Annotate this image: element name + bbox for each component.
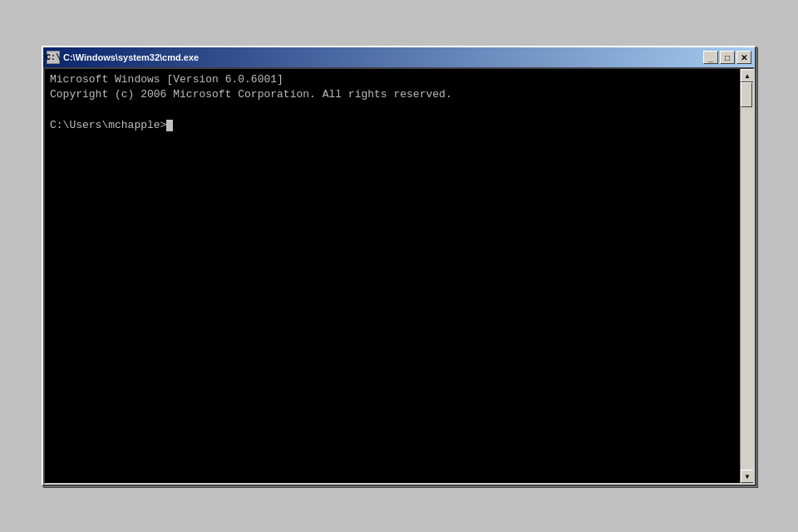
window-title: C:\Windows\system32\cmd.exe [63,52,199,62]
terminal-prompt: C:\Users\mchapple> [50,118,166,133]
title-bar-left: C:\ C:\Windows\system32\cmd.exe [47,51,199,64]
window-controls: _ □ ✕ [703,51,751,64]
scroll-track[interactable] [741,82,753,470]
window-icon: C:\ [47,51,60,64]
terminal-line-3 [50,102,735,117]
window-content: Microsoft Windows [Version 6.0.6001] Cop… [43,67,755,485]
cmd-window: C:\ C:\Windows\system32\cmd.exe _ □ ✕ Mi… [42,46,756,486]
cursor [166,120,173,131]
terminal-area[interactable]: Microsoft Windows [Version 6.0.6001] Cop… [45,69,740,483]
terminal-line-1: Microsoft Windows [Version 6.0.6001] [50,72,735,87]
scroll-down-button[interactable]: ▼ [741,470,754,483]
close-button[interactable]: ✕ [736,51,751,64]
minimize-button[interactable]: _ [703,51,718,64]
scrollbar: ▲ ▼ [740,69,753,483]
scroll-thumb[interactable] [741,82,752,107]
maximize-button[interactable]: □ [720,51,735,64]
terminal-prompt-line: C:\Users\mchapple> [50,118,735,133]
title-bar: C:\ C:\Windows\system32\cmd.exe _ □ ✕ [43,47,755,67]
scroll-up-button[interactable]: ▲ [741,69,754,82]
terminal-line-2: Copyright (c) 2006 Microsoft Corporation… [50,87,735,102]
